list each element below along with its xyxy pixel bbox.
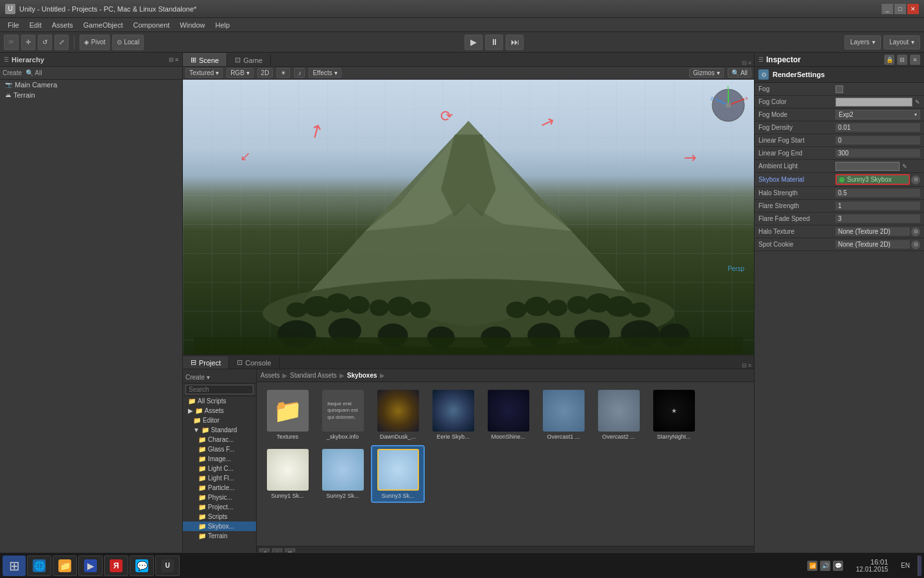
folder-standard[interactable]: ▼ 📁 Standard bbox=[183, 425, 256, 435]
inspector-menu-btn[interactable]: ≡ bbox=[910, 55, 920, 65]
asset-textures[interactable]: 📁 Textures bbox=[262, 387, 313, 442]
pivot-button[interactable]: ◈ Pivot bbox=[80, 35, 110, 50]
folder-particle[interactable]: 📁 Particle... bbox=[183, 483, 256, 493]
folder-project[interactable]: 📁 Project... bbox=[183, 502, 256, 512]
asset-moonshine[interactable]: MoonShine... bbox=[483, 387, 534, 442]
maximize-button[interactable]: □ bbox=[894, 4, 906, 14]
breadcrumb-standard[interactable]: Standard Assets bbox=[290, 372, 337, 379]
asset-overcast1[interactable]: Overcast1 ... bbox=[538, 387, 589, 442]
halo-texture-value[interactable]: None (Texture 2D) bbox=[835, 227, 910, 236]
tab-console[interactable]: ⊡ Console bbox=[229, 356, 279, 369]
audio-btn[interactable]: ♪ bbox=[294, 68, 305, 78]
notification-icon[interactable]: 💬 bbox=[833, 561, 843, 571]
scene-panel-collapse[interactable]: ⊟ bbox=[742, 60, 747, 66]
volume-icon[interactable]: 🔊 bbox=[820, 561, 830, 571]
menu-assets[interactable]: Assets bbox=[47, 20, 78, 30]
menu-edit[interactable]: Edit bbox=[24, 20, 47, 30]
halo-strength-value[interactable]: 0.5 bbox=[835, 189, 920, 197]
asset-eerie[interactable]: Eerie Skyb... bbox=[427, 387, 479, 442]
tool-hand[interactable]: ☞ bbox=[4, 35, 19, 50]
folder-physic[interactable]: 📁 Physic... bbox=[183, 493, 256, 502]
minimize-button[interactable]: _ bbox=[882, 4, 893, 14]
fog-color-picker-btn[interactable]: ✎ bbox=[915, 99, 920, 105]
asset-sunny1[interactable]: Sunny1 Sk... bbox=[262, 446, 313, 502]
menu-gameobject[interactable]: GameObject bbox=[78, 20, 128, 30]
persp-label[interactable]: Persp bbox=[728, 265, 744, 272]
breadcrumb-assets[interactable]: Assets bbox=[261, 372, 280, 379]
hierarchy-options-btn[interactable]: ≡ bbox=[175, 57, 178, 63]
window-controls[interactable]: _ □ ✕ bbox=[882, 4, 919, 14]
bottom-panel-menu[interactable]: ≡ bbox=[748, 362, 751, 369]
network-icon[interactable]: 📶 bbox=[807, 561, 817, 571]
folder-terrain[interactable]: 📁 Terrain bbox=[183, 531, 256, 541]
close-button[interactable]: ✕ bbox=[907, 4, 919, 14]
create-label[interactable]: Create bbox=[3, 69, 22, 76]
gizmos-btn[interactable]: Gizmos ▾ bbox=[689, 68, 724, 78]
effects-btn[interactable]: Effects ▾ bbox=[309, 68, 341, 78]
fog-density-value[interactable]: 0.01 bbox=[835, 123, 920, 132]
layers-dropdown[interactable]: Layers ▾ bbox=[844, 35, 881, 49]
fog-checkbox[interactable] bbox=[835, 85, 843, 93]
folder-charac[interactable]: 📁 Charac... bbox=[183, 435, 256, 444]
sun-btn[interactable]: ☀ bbox=[277, 68, 290, 78]
linear-fog-end-value[interactable]: 300 bbox=[835, 149, 920, 157]
asset-overcast2[interactable]: Overcast2 ... bbox=[593, 387, 644, 442]
spot-cookie-picker[interactable]: ⊙ bbox=[911, 240, 920, 249]
skybox-picker-btn[interactable]: ⊙ bbox=[911, 175, 920, 184]
spot-cookie-value[interactable]: None (Texture 2D) bbox=[835, 240, 910, 249]
asset-starry[interactable]: ★ StarryNight... bbox=[648, 387, 699, 442]
inspector-collapse-btn[interactable]: ⊟ bbox=[897, 55, 907, 65]
step-button[interactable]: ⏭ bbox=[506, 35, 524, 50]
fog-color-swatch[interactable] bbox=[835, 98, 912, 107]
project-search-input[interactable] bbox=[185, 385, 253, 394]
show-desktop-btn[interactable] bbox=[918, 556, 921, 576]
hierarchy-collapse-btn[interactable]: ⊟ bbox=[169, 57, 174, 63]
folder-scripts[interactable]: 📁 Scripts bbox=[183, 512, 256, 521]
taskbar-explorer[interactable]: 📁 bbox=[53, 556, 77, 576]
flare-fade-value[interactable]: 3 bbox=[835, 215, 920, 223]
halo-texture-picker[interactable]: ⊙ bbox=[911, 227, 920, 236]
menu-help[interactable]: Help bbox=[210, 20, 235, 30]
pause-button[interactable]: ⏸ bbox=[485, 35, 503, 50]
folder-lightf[interactable]: 📁 Light Fl... bbox=[183, 473, 256, 483]
taskbar-unity[interactable]: U bbox=[155, 556, 180, 576]
skybox-material-select[interactable]: Sunny3 Skybox bbox=[835, 174, 910, 185]
asset-sunny2[interactable]: Sunny2 Sk... bbox=[317, 446, 368, 502]
tab-scene[interactable]: ⊞ Scene bbox=[183, 53, 227, 66]
local-button[interactable]: ⊙ Local bbox=[112, 35, 144, 50]
asset-skybox-info[interactable]: itaque eratquisquam estqui dolorem. _sky… bbox=[317, 387, 368, 442]
linear-fog-start-value[interactable]: 0 bbox=[835, 136, 920, 144]
tool-rotate[interactable]: ↺ bbox=[38, 35, 52, 50]
start-button[interactable]: ⊞ bbox=[3, 556, 26, 576]
folder-glass[interactable]: 📁 Glass F... bbox=[183, 444, 256, 454]
folder-image[interactable]: 📁 Image... bbox=[183, 454, 256, 464]
taskbar-yandex[interactable]: Я bbox=[104, 556, 128, 576]
taskbar-media[interactable]: ▶ bbox=[78, 556, 103, 576]
fog-mode-dropdown[interactable]: Exp2 ▾ bbox=[835, 110, 920, 119]
scene-panel-menu[interactable]: ≡ bbox=[748, 60, 751, 66]
taskbar-ie[interactable]: 🌐 bbox=[27, 556, 51, 576]
folder-editor[interactable]: 📁 Editor bbox=[183, 416, 256, 425]
flare-strength-value[interactable]: 1 bbox=[835, 202, 920, 210]
create-btn[interactable]: Create ▾ bbox=[185, 374, 210, 381]
taskbar-skype[interactable]: 💬 bbox=[130, 556, 154, 576]
bottom-panel-collapse[interactable]: ⊟ bbox=[742, 362, 747, 369]
ambient-picker-btn[interactable]: ✎ bbox=[902, 163, 907, 170]
ambient-light-swatch[interactable] bbox=[835, 162, 900, 171]
folder-lightc[interactable]: 📁 Light C... bbox=[183, 464, 256, 473]
menu-window[interactable]: Window bbox=[175, 20, 210, 30]
inspector-lock-btn[interactable]: 🔒 bbox=[884, 55, 894, 65]
all-btn[interactable]: 🔍 All bbox=[728, 68, 751, 78]
tab-game[interactable]: ⊡ Game bbox=[227, 54, 271, 66]
textured-btn[interactable]: Textured ▾ bbox=[185, 68, 223, 78]
rgb-btn[interactable]: RGB ▾ bbox=[227, 68, 253, 78]
hierarchy-item-main-camera[interactable]: 📷 Main Camera bbox=[0, 80, 182, 90]
folder-assets[interactable]: ▶ 📁 Assets bbox=[183, 406, 256, 416]
tool-scale[interactable]: ⤢ bbox=[55, 35, 69, 50]
layout-dropdown[interactable]: Layout ▾ bbox=[884, 35, 920, 49]
hierarchy-item-terrain[interactable]: ⛰ Terrain bbox=[0, 90, 182, 100]
play-button[interactable]: ▶ bbox=[465, 35, 483, 50]
folder-skyboxes[interactable]: 📁 Skybox... bbox=[183, 521, 256, 531]
folder-all-scripts[interactable]: 📁 All Scripts bbox=[183, 396, 256, 406]
2d-btn[interactable]: 2D bbox=[257, 68, 273, 78]
